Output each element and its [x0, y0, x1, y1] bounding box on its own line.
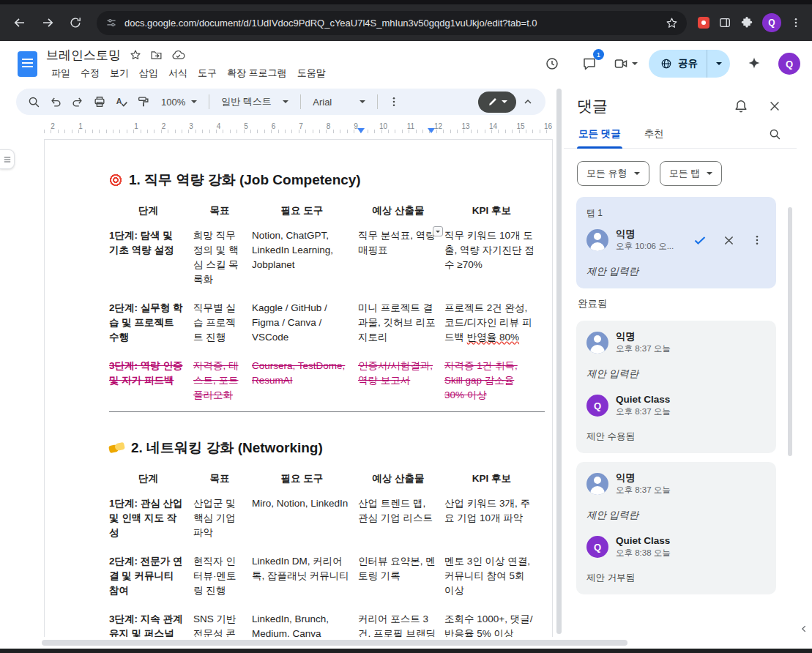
- filter-all-types[interactable]: 모든 유형: [577, 161, 649, 186]
- menu-help[interactable]: 도움말: [292, 65, 331, 81]
- doc-page[interactable]: 1. 직무 역량 강화 (Job Competency)단계목표필요 도구예상 …: [44, 139, 553, 637]
- comments-notifications-button[interactable]: [732, 97, 750, 115]
- collapse-toolbar-button[interactable]: [518, 92, 538, 112]
- table-cell[interactable]: 조회수 1000+, 댓글/반응율 5% 이상: [444, 607, 545, 637]
- collapse-panel-button[interactable]: [798, 621, 810, 637]
- open-comments-button[interactable]: 1: [576, 51, 603, 77]
- table-cell[interactable]: SNS 기반 전문성 콘텐츠 발행: [193, 607, 252, 637]
- version-history-button[interactable]: [539, 51, 565, 77]
- table-cell[interactable]: 커리어 포스트 3건, 프로필 브랜딩 페이지: [358, 607, 444, 637]
- print-button[interactable]: [89, 92, 110, 112]
- browser-back-button[interactable]: [7, 10, 32, 35]
- suggestion-input-placeholder[interactable]: 제안 입력란: [586, 367, 766, 381]
- toolbar-search-button[interactable]: [23, 92, 44, 112]
- toolbar-more-button[interactable]: [384, 92, 404, 112]
- table-cell[interactable]: 3단계: 지속 관계 유지 및 퍼스널 브랜딩: [109, 607, 193, 637]
- table-cell[interactable]: 3단계: 역량 인증 및 자가 피드백: [109, 354, 193, 412]
- table-cell[interactable]: 현직자 인터뷰·멘토링 진행: [193, 549, 252, 607]
- undo-button[interactable]: [45, 92, 66, 112]
- paint-format-button[interactable]: [133, 92, 154, 112]
- side-panel-icon[interactable]: [718, 16, 731, 29]
- table-cell[interactable]: LinkedIn DM, 커리어톡, 잡플래닛 커뮤니티: [252, 549, 358, 607]
- search-comments-button[interactable]: [766, 125, 783, 143]
- table-cell[interactable]: 프로젝트 2건 완성, 코드/디자인 리뷰 피드백 반영율 80%: [444, 296, 545, 354]
- gemini-sparkle-button[interactable]: [741, 51, 767, 77]
- table-cell[interactable]: 멘토 3인 이상 연결, 커뮤니티 참여 5회 이상: [444, 549, 545, 607]
- table-cell[interactable]: Notion, ChatGPT, LinkedIn Learning, Jobp…: [252, 223, 358, 296]
- tab-suggestions[interactable]: 추천: [643, 122, 666, 148]
- document-canvas[interactable]: 1. 직무 역량 강화 (Job Competency)단계목표필요 도구예상 …: [0, 135, 555, 637]
- table-cell[interactable]: 2단계: 전문가 연결 및 커뮤니티 참여: [109, 549, 193, 607]
- bookmark-star-icon[interactable]: [666, 17, 678, 29]
- browser-profile-avatar[interactable]: Q: [762, 13, 781, 32]
- share-options-dropdown[interactable]: [707, 50, 730, 78]
- indent-marker[interactable]: [357, 128, 365, 133]
- menu-edit[interactable]: 수정: [75, 65, 105, 81]
- dropdown-chip-icon[interactable]: [433, 226, 443, 236]
- table-cell[interactable]: 1단계: 관심 산업 및 인맥 지도 작성: [109, 491, 193, 549]
- suggestion-input-placeholder[interactable]: 제안 입력란: [586, 509, 766, 522]
- table-cell[interactable]: 직무 키워드 10개 도출, 역량 자기진단 점수 ≥70%: [444, 223, 545, 296]
- comments-scrollbar[interactable]: [788, 207, 792, 456]
- extension-red-icon[interactable]: [698, 17, 709, 29]
- tab-all-comments[interactable]: 모든 댓글: [577, 122, 622, 148]
- table-cell[interactable]: 직무별 실습 프로젝트 진행: [193, 296, 252, 354]
- document-title[interactable]: 브레인스토밍: [46, 47, 121, 64]
- menu-tools[interactable]: 도구: [193, 65, 222, 81]
- browser-forward-button[interactable]: [35, 10, 60, 35]
- table-cell[interactable]: 미니 프로젝트 결과물, 깃허브 리포지토리: [358, 296, 444, 354]
- browser-reload-button[interactable]: [63, 10, 88, 35]
- horizontal-scrollbar-thumb[interactable]: [42, 640, 627, 646]
- redo-button[interactable]: [67, 92, 88, 112]
- comment-more-options-button[interactable]: [748, 231, 766, 249]
- star-document-icon[interactable]: [130, 49, 141, 61]
- horizontal-scrollbar[interactable]: [0, 637, 797, 649]
- site-info-icon[interactable]: [105, 17, 117, 29]
- font-select[interactable]: Arial: [307, 92, 371, 112]
- table-cell[interactable]: 1단계: 탐색 및 기초 역량 설정: [109, 223, 193, 296]
- docs-logo-icon[interactable]: [18, 51, 37, 77]
- table-cell[interactable]: 산업 트렌드 맵, 관심 기업 리스트: [358, 491, 444, 549]
- menu-format[interactable]: 서식: [163, 65, 193, 81]
- show-outline-tab[interactable]: [0, 149, 15, 169]
- menu-view[interactable]: 보기: [105, 65, 134, 81]
- table-cell[interactable]: Coursera, TestDome, ResumAI: [252, 354, 358, 412]
- resolved-comment-card[interactable]: 익명오후 8:37 오늘제안 입력란QQuiet Class오후 8:38 오늘…: [576, 462, 776, 594]
- url-text[interactable]: docs.google.com/document/d/1UdIVdoc9PdRQ…: [124, 18, 658, 29]
- move-folder-icon[interactable]: [150, 49, 163, 61]
- table-cell[interactable]: 직무 분석표, 역량 매핑표: [358, 223, 444, 296]
- ruler[interactable]: 2112345678910111213141516: [0, 121, 555, 135]
- browser-menu-kebab-icon[interactable]: [790, 17, 802, 29]
- table-cell[interactable]: 인터뷰 요약본, 멘토링 기록: [358, 549, 444, 607]
- table-cell[interactable]: 인증서/시험결과, 역량 보고서: [358, 354, 444, 412]
- table-cell[interactable]: LinkedIn, Brunch, Medium, Canva: [252, 607, 358, 637]
- paragraph-style-select[interactable]: 일반 텍스트: [215, 92, 294, 112]
- table-cell[interactable]: 2단계: 실무형 학습 및 프로젝트 수행: [109, 296, 193, 354]
- table-cell[interactable]: 산업군 및 핵심 기업 파악: [193, 491, 252, 549]
- resolved-comment-card[interactable]: 익명오후 8:37 오늘제안 입력란QQuiet Class오후 8:37 오늘…: [576, 321, 776, 453]
- account-avatar[interactable]: Q: [778, 53, 800, 75]
- table-cell[interactable]: Miro, Notion, LinkedIn: [252, 491, 358, 549]
- suggestion-input-placeholder[interactable]: 제안 입력란: [586, 265, 766, 278]
- address-bar[interactable]: docs.google.com/document/d/1UdIVdoc9PdRQ…: [97, 11, 687, 35]
- zoom-select[interactable]: 100%: [155, 92, 203, 112]
- document-scrollbar[interactable]: [556, 89, 562, 634]
- cloud-status-icon[interactable]: [171, 49, 185, 61]
- table-cell[interactable]: 자격증 1건 취득, Skill gap 감소율 30% 이상: [444, 354, 545, 412]
- table-cell[interactable]: 산업 키워드 3개, 주요 기업 10개 파악: [444, 491, 545, 549]
- filter-all-tabs[interactable]: 모든 탭: [660, 161, 723, 186]
- spellcheck-button[interactable]: A: [111, 92, 132, 112]
- table-cell[interactable]: 희망 직무 정의 및 핵심 스킬 목록화: [193, 223, 252, 296]
- menu-insert[interactable]: 삽입: [134, 65, 163, 81]
- table-cell[interactable]: Kaggle / GitHub / Figma / Canva / VSCode: [252, 296, 358, 354]
- extensions-puzzle-icon[interactable]: [740, 16, 753, 29]
- close-comments-button[interactable]: [766, 97, 783, 115]
- editing-mode-button[interactable]: [478, 92, 516, 113]
- active-comment-card[interactable]: 탭 1 익명 오후 10:06 오...: [576, 197, 776, 288]
- menu-extensions[interactable]: 확장 프로그램: [222, 65, 292, 81]
- menu-file[interactable]: 파일: [46, 65, 75, 81]
- table-cell[interactable]: 자격증, 테스트, 포트폴리오화: [193, 354, 252, 412]
- share-button[interactable]: 공유: [649, 50, 730, 78]
- accept-suggestion-button[interactable]: [691, 231, 709, 249]
- reject-suggestion-button[interactable]: [720, 231, 737, 249]
